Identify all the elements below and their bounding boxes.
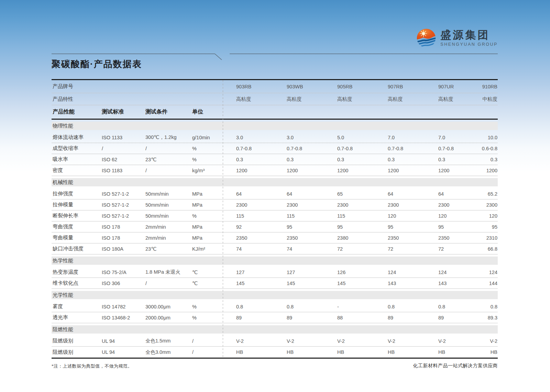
table-section: 光学性能雾度ISO 147823000.00μm%0.80.8-0.80.80.… [52,291,498,323]
property-name: 维卡软化点 [52,280,101,286]
value-cell: 64 [273,191,324,197]
value-cell: 1200 [425,168,475,173]
test-standard: ISO 75-2/A [101,270,144,275]
value-cell: 95 [425,224,475,230]
test-standard: ISO 1183 [101,168,144,173]
property-name: 熔体流动速率 [52,134,101,141]
value-cell: 1200 [273,168,324,173]
value-cell: 145 [273,281,324,286]
value-cell: HB [425,349,475,355]
value-cell: 66.8 [475,246,498,252]
table-section: 热学性能热变形温度ISO 75-2/A1.8 MPa 未退火℃127127126… [52,257,498,289]
feature-cell: 高粘度 [425,96,475,102]
value-cell: V-2 [425,338,475,344]
unit: MPa [191,191,223,197]
property-name: 密度 [52,167,101,174]
value-cell: 145 [223,281,273,286]
value-cell: 2350 [425,235,475,241]
value-cell: 1200 [324,168,374,173]
value-cell: 65.2 [475,191,498,197]
value-cell: 2300 [425,202,475,208]
value-cell: V-2 [324,338,374,344]
value-cell: 0.6-0.8 [475,146,498,151]
test-condition: 全色3.0mm [144,349,191,356]
test-standard: / [101,146,144,151]
property-name: 弯曲模量 [52,235,101,241]
unit: MPa [191,202,223,208]
value-cell: 3.0 [273,135,324,140]
property-name: 阻燃级别 [52,349,101,356]
table-row: 透光率ISO 13468-22000.00μm%898988898989.3 [52,312,498,323]
value-cell: 127 [223,270,273,275]
value-cell: HB [324,349,374,355]
value-cell: 95 [475,224,498,230]
value-cell: 115 [273,213,324,219]
value-cell: 0.8 [425,304,475,309]
section-band: 热学性能 [52,257,498,265]
feature-cell: 高粘度 [223,96,273,102]
table-section: 阻燃性能阻燃级别UL 94全色1.5mm/V-2V-2V-2V-2V-2V-2阻… [52,325,498,358]
value-cell: 0.7-0.8 [324,146,374,151]
test-standard: ISO 180A [101,246,144,252]
feature-cell: 高粘度 [324,96,374,102]
column-header-condition: 测试条件 [144,108,191,116]
value-cell: 2380 [324,235,374,241]
unit: ℃ [191,281,223,286]
table-row: 维卡软化点ISO 306/℃145145145143143144 [52,278,498,289]
value-cell: 0.8 [223,304,273,309]
value-cell: 0.3 [273,157,324,162]
value-cell: 143 [425,281,475,286]
value-cell: 64 [425,191,475,197]
unit: KJ/m² [191,246,223,252]
value-cell: - [324,304,374,309]
unit: g/10min [191,135,223,140]
test-condition: 23℃ [144,246,191,252]
value-cell: 0.7-0.8 [273,146,324,151]
unit: % [191,157,223,162]
test-standard: ISO 1133 [101,135,144,140]
test-standard: ISO 14782 [101,304,144,309]
value-cell: V-2 [273,338,324,344]
section-band: 机械性能 [52,178,498,186]
property-name: 阻燃级别 [52,338,101,344]
value-cell: 89 [223,315,273,320]
value-cell: 1200 [223,168,273,173]
value-cell: 115 [223,213,273,219]
value-cell: 0.3 [475,157,498,162]
test-standard: ISO 62 [101,157,144,162]
test-condition: 2mm/min [144,235,191,241]
value-cell: 88 [324,315,374,320]
table-row: 热变形温度ISO 75-2/A1.8 MPa 未退火℃1271271261241… [52,267,498,278]
grade-cell: 903RB [223,84,273,89]
value-cell: 0.3 [324,157,374,162]
test-condition: / [144,146,191,151]
unit: % [191,315,223,320]
value-cell: 10.0 [475,135,498,140]
test-condition: / [144,281,191,286]
unit: MPa [191,235,223,241]
feature-cell: 中粘度 [475,96,498,102]
value-cell: 2350 [273,235,324,241]
property-name: 拉伸模量 [52,202,101,208]
grade-cell: 903WB [273,84,324,89]
value-cell: 127 [273,270,324,275]
grade-cell: 907UR [425,84,475,89]
test-standard: ISO 527-1-2 [101,202,144,208]
value-cell: 124 [374,270,425,275]
value-cell: V-2 [475,338,498,344]
unit: / [191,338,223,344]
value-cell: 74 [273,246,324,252]
value-cell: 0.7-0.8 [425,146,475,151]
unit: MPa [191,224,223,230]
value-cell: 0.7-0.8 [374,146,425,151]
value-cell: 144 [475,281,498,286]
unit: % [191,304,223,309]
value-cell: 120 [374,213,425,219]
logo-text: 盛源集团 SHENGYUAN GROUP [440,30,498,47]
test-condition: 2000.00μm [144,315,191,320]
value-cell: 72 [324,246,374,252]
grade-cell: 905RB [324,84,374,89]
table-row: 缺口冲击强度ISO 180A23℃KJ/m²747472727266.8 [52,243,498,254]
value-cell: 89.3 [475,315,498,320]
unit: kg/m³ [191,168,223,173]
